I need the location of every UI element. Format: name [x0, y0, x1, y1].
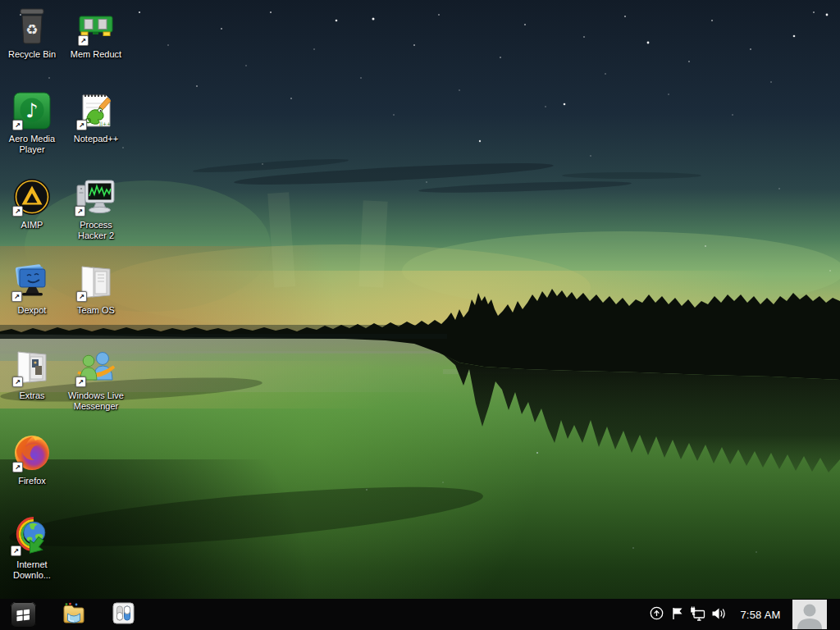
shortcut-arrow-icon: ↗ — [12, 120, 23, 130]
tray-network-button[interactable] — [687, 599, 708, 630]
shortcut-arrow-icon: ↗ — [76, 120, 87, 130]
svg-text:||++: ||++ — [99, 121, 111, 127]
dexpot-icon: ↗ — [12, 262, 52, 302]
shortcut-arrow-icon: ↗ — [11, 546, 21, 556]
taskbar-file-explorer-button[interactable] — [56, 599, 92, 630]
svg-text:♻: ♻ — [25, 21, 38, 38]
speaker-icon — [711, 607, 726, 623]
desktop-icon-notepad-plus-plus[interactable]: ||++ ↗ Notepad++ — [64, 91, 128, 144]
desktop-icon-firefox[interactable]: ↗ Firefox — [0, 433, 64, 486]
firefox-icon: ↗ — [13, 433, 51, 472]
taskbar: 7:58 AM — [0, 599, 840, 630]
person-silhouette-icon — [792, 601, 827, 629]
network-ethernet-icon — [690, 606, 705, 623]
shortcut-arrow-icon: ↗ — [78, 35, 89, 46]
notepad-plus-plus-icon: ||++ ↗ — [77, 91, 115, 130]
user-avatar[interactable] — [792, 600, 827, 629]
icon-label: Mem Reduct — [71, 49, 121, 60]
icon-label: AIMP — [21, 220, 43, 231]
shortcut-arrow-icon: ↗ — [76, 291, 87, 302]
taskbar-settings-toggles-button[interactable] — [105, 599, 141, 630]
icon-label: Firefox — [18, 476, 46, 486]
start-button[interactable] — [3, 599, 43, 630]
tray-volume-button[interactable] — [708, 599, 728, 630]
process-hacker-2-icon: ↗ — [75, 177, 116, 217]
shortcut-arrow-icon: ↗ — [12, 462, 23, 472]
toggle-switches-icon — [112, 602, 135, 627]
windows-live-messenger-icon: ↗ — [76, 348, 116, 387]
desktop-icon-windows-live-messenger[interactable]: ↗ Windows Live Messenger — [64, 348, 128, 412]
shortcut-arrow-icon: ↗ — [12, 206, 23, 217]
icon-label: Dexpot — [18, 305, 47, 316]
desktop-icon-process-hacker-2[interactable]: ↗ Process Hacker 2 — [64, 177, 128, 241]
desktop[interactable]: ♻ Recycle Bin ↗ Mem Reduct ♪ ↗ Aer — [0, 0, 840, 630]
icon-label: Recycle Bin — [8, 49, 56, 60]
icon-label: Team OS — [77, 305, 115, 316]
windows-logo-icon — [11, 602, 36, 628]
shortcut-arrow-icon: ↗ — [75, 206, 85, 217]
shortcut-arrow-icon: ↗ — [75, 377, 86, 387]
desktop-icon-extras[interactable]: ↗ Extras — [0, 348, 64, 401]
desktop-icon-aero-media-player[interactable]: ♪ ↗ Aero Media Player — [0, 91, 64, 155]
chevron-up-circle-icon — [650, 606, 664, 623]
aimp-icon: ↗ — [13, 177, 51, 217]
icon-label: Process Hacker 2 — [65, 220, 127, 241]
tray-action-center-button[interactable] — [667, 599, 687, 630]
tray-hidden-icons-button[interactable] — [646, 599, 667, 630]
desktop-icon-aimp[interactable]: ↗ AIMP — [0, 177, 64, 231]
internet-download-manager-icon: ↗ — [11, 517, 52, 556]
desktop-icon-recycle-bin[interactable]: ♻ Recycle Bin — [0, 7, 64, 60]
flag-icon — [671, 606, 684, 623]
icon-label: Internet Downlo... — [1, 559, 63, 581]
mem-reduct-icon: ↗ — [79, 7, 113, 46]
aero-media-player-icon: ♪ ↗ — [13, 91, 51, 130]
icon-label: Windows Live Messenger — [65, 390, 127, 412]
extras-folder-icon: ↗ — [13, 348, 51, 387]
file-explorer-icon — [62, 602, 86, 627]
recycle-bin-icon: ♻ — [17, 7, 47, 46]
icon-label: Aero Media Player — [1, 134, 63, 155]
svg-text:♪: ♪ — [25, 99, 38, 122]
desktop-icon-mem-reduct[interactable]: ↗ Mem Reduct — [64, 7, 128, 60]
team-os-folder-icon: ↗ — [77, 262, 115, 302]
shortcut-arrow-icon: ↗ — [12, 377, 23, 387]
shortcut-arrow-icon: ↗ — [11, 291, 22, 302]
desktop-icon-internet-download-manager[interactable]: ↗ Internet Downlo... — [0, 517, 64, 581]
icon-label: Notepad++ — [74, 134, 118, 144]
taskbar-clock[interactable]: 7:58 AM — [738, 609, 783, 621]
desktop-icon-dexpot[interactable]: ↗ Dexpot — [0, 262, 64, 316]
icon-label: Extras — [19, 390, 44, 401]
desktop-icon-team-os[interactable]: ↗ Team OS — [64, 262, 128, 316]
system-tray: 7:58 AM — [646, 599, 840, 630]
